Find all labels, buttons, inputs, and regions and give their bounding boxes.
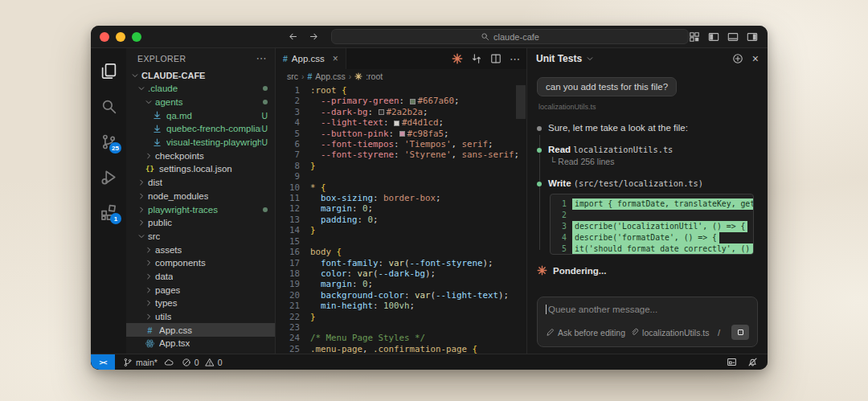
chevron-right-icon — [145, 152, 153, 160]
code-line[interactable]: 20 background-color: var(--light-text); — [276, 290, 526, 301]
minimize-window-button[interactable] — [116, 32, 125, 42]
code-line[interactable]: 19 margin: 0; — [276, 279, 526, 289]
code-line[interactable]: 5 --button-pink: #c98fa5; — [276, 129, 526, 139]
code-line[interactable]: 7 --font-styrene: 'Styrene', sans-serif; — [276, 149, 526, 160]
new-chat-icon[interactable] — [732, 53, 743, 64]
back-icon[interactable] — [288, 31, 298, 42]
breadcrumb[interactable]: src › # App.css › :root — [276, 69, 526, 84]
diff-icon[interactable] — [471, 53, 482, 64]
chevron-down-icon — [137, 232, 145, 240]
code-line[interactable]: 21 min-height: 100vh; — [276, 301, 526, 311]
branch-item[interactable]: main* — [123, 358, 174, 367]
code-line[interactable]: 11 box-sizing: border-box; — [276, 193, 526, 203]
code-line[interactable]: 15 — [276, 236, 526, 247]
git-modified-dot — [263, 100, 268, 104]
tree-item-data[interactable]: data — [126, 270, 275, 284]
code-line[interactable]: 25.menu-page, .confirmation-page { — [276, 344, 526, 354]
code-line[interactable]: 23 — [276, 322, 526, 333]
close-tab-icon[interactable]: × — [333, 53, 338, 64]
tree-item-agents[interactable]: agents — [126, 96, 275, 109]
code-line[interactable]: 24/* Menu Page Styles */ — [276, 333, 526, 343]
assistant-turn: Sure, let me take a look at the file: Re… — [537, 123, 758, 255]
tree-item-settings-local-json[interactable]: {}settings.local.json — [126, 162, 275, 176]
assistant-text: Sure, let me take a look at the file: — [548, 123, 688, 133]
zoom-window-button[interactable] — [132, 32, 141, 42]
tree-item-src[interactable]: src — [126, 230, 275, 243]
read-tool-step[interactable]: Read localizationUtils.ts └ Read 256 lin… — [537, 145, 758, 166]
code-line[interactable]: 16body { — [276, 247, 526, 257]
tree-item-app-tsx[interactable]: App.tsx — [126, 337, 275, 350]
tree-item-playwright-traces[interactable]: playwright-traces — [126, 203, 275, 216]
tree-item-components[interactable]: components — [126, 256, 275, 270]
activitybar-explorer[interactable] — [91, 53, 126, 88]
code-line[interactable]: 9 — [276, 171, 526, 182]
activitybar-extensions[interactable]: 1 — [91, 194, 126, 230]
activitybar-search[interactable] — [91, 88, 126, 124]
chat-input[interactable]: Queue another message... Ask before edit… — [537, 297, 758, 347]
breadcrumb-folder[interactable]: src — [287, 72, 298, 81]
breadcrumb-file[interactable]: App.css — [315, 72, 345, 81]
diff-code-block[interactable]: 1import { formatDate, translateKey, getC… — [550, 194, 754, 255]
tree-item-claude[interactable]: .claude — [126, 82, 275, 96]
code-line[interactable]: 6 --font-tiempos: 'Tiempos', serif; — [276, 139, 526, 149]
traffic-lights — [91, 32, 149, 42]
code-line[interactable]: 2 --primary-green: #667a60; — [276, 96, 526, 106]
code-line[interactable]: 8} — [276, 161, 526, 171]
edit-mode-option[interactable]: Ask before editing — [546, 328, 625, 338]
code-line[interactable]: 4 --light-text: #d4d1cd; — [276, 117, 526, 128]
tree-item-checkpoints[interactable]: checkpoints — [126, 149, 275, 162]
claude-spark-icon[interactable] — [452, 53, 463, 64]
attached-file-option[interactable]: localizationUtils.ts — [630, 328, 709, 338]
code-line[interactable]: 18 color: var(--dark-bg); — [276, 268, 526, 279]
code-editor[interactable]: 1:root {2 --primary-green: #667a60;3 --d… — [276, 84, 526, 354]
slash-command-hint[interactable]: / — [718, 328, 720, 338]
code-line[interactable]: 10* { — [276, 182, 526, 193]
activitybar-run-debug[interactable] — [91, 159, 126, 194]
code-line[interactable]: 3 --dark-bg: #2a2b2a; — [276, 107, 526, 117]
code-line[interactable]: 17 font-family: var(--font-styrene); — [276, 258, 526, 268]
code-line[interactable]: 1:root { — [276, 85, 526, 96]
tree-item-node-modules[interactable]: node_modules — [126, 190, 275, 203]
stop-button[interactable] — [731, 325, 749, 340]
remote-indicator[interactable]: >< — [91, 354, 115, 370]
more-actions-icon[interactable]: ⋯ — [510, 54, 520, 64]
tree-item-qa-md[interactable]: qa.mdU — [126, 108, 275, 122]
customize-layout-icon[interactable] — [689, 31, 700, 43]
split-editor-icon[interactable] — [490, 53, 502, 64]
editor-scrollbar[interactable] — [516, 85, 526, 119]
tree-item-dist[interactable]: dist — [126, 176, 275, 190]
more-actions-icon[interactable]: ⋯ — [256, 52, 267, 64]
toggle-panel-icon[interactable] — [727, 31, 739, 43]
tree-item-pages[interactable]: pages — [126, 283, 275, 297]
code-line[interactable]: 12 margin: 0; — [276, 203, 526, 214]
tree-item-types[interactable]: types — [126, 297, 275, 310]
tree-item-public[interactable]: public — [126, 216, 275, 230]
toggle-sidebar-icon[interactable] — [708, 31, 719, 43]
tree-item-quebec-french-complian[interactable]: quebec-french-complian...U — [126, 122, 275, 136]
chevron-right-icon — [137, 219, 145, 227]
forward-icon[interactable] — [309, 31, 319, 42]
close-window-button[interactable] — [100, 32, 109, 42]
tree-item-app-css[interactable]: #App.css — [126, 323, 275, 337]
tree-item-utils[interactable]: utils — [126, 310, 275, 324]
css-file-icon: # — [283, 54, 288, 63]
tree-root[interactable]: CLAUDE-CAFE — [126, 68, 275, 82]
input-placeholder: Queue another message... — [548, 305, 657, 314]
sync-cloud-icon[interactable] — [164, 358, 174, 367]
tree-item-visual-testing-playwright[interactable]: visual-testing-playwright...U — [126, 136, 275, 149]
toggle-secondary-sidebar-icon[interactable] — [747, 31, 758, 43]
tree-item-assets[interactable]: assets — [126, 243, 275, 256]
code-line[interactable]: 14} — [276, 225, 526, 235]
close-panel-icon[interactable]: × — [752, 53, 759, 64]
command-center-search[interactable]: claude-cafe — [331, 29, 689, 44]
write-tool-step[interactable]: Write (src/test/localization.ts) 1import… — [537, 178, 758, 255]
tab-app-css[interactable]: # App.css × — [276, 48, 346, 69]
problems-item[interactable]: 0 0 — [182, 358, 223, 367]
notifications-muted-icon[interactable] — [747, 357, 758, 367]
activitybar-source-control[interactable]: 25 — [91, 124, 126, 159]
ports-icon[interactable] — [727, 357, 737, 367]
code-line[interactable]: 22} — [276, 312, 526, 322]
chevron-down-icon[interactable] — [586, 55, 594, 63]
code-line[interactable]: 13 padding: 0; — [276, 215, 526, 225]
breadcrumb-symbol[interactable]: :root — [366, 72, 383, 81]
